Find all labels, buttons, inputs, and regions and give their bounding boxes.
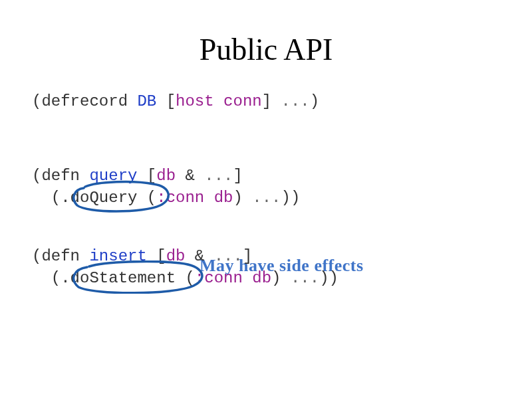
space <box>204 189 213 207</box>
arg-db: db <box>166 247 186 265</box>
fn-name-query: query <box>89 167 137 185</box>
paren: ) <box>233 189 242 207</box>
ellipsis: ... <box>291 269 319 287</box>
space <box>147 247 156 265</box>
bracket: [ <box>147 167 156 185</box>
space <box>128 92 137 110</box>
space <box>176 269 185 287</box>
arg-db: db <box>252 269 271 287</box>
paren: ( <box>185 269 194 287</box>
ellipsis: ... <box>214 247 243 265</box>
paren: ( <box>147 189 156 207</box>
bracket: [ <box>156 247 166 265</box>
space <box>137 167 146 185</box>
bracket: ] <box>233 167 243 185</box>
bracket: [ <box>166 92 176 110</box>
space <box>243 269 252 287</box>
arg-db: db <box>214 189 233 207</box>
paren: ) <box>310 92 319 110</box>
method-doquery: .doQuery <box>61 189 137 207</box>
ellipsis: ... <box>281 92 310 110</box>
space <box>281 269 291 287</box>
fn-name-insert: insert <box>89 247 146 265</box>
record-name: DB <box>137 92 156 110</box>
paren: ( <box>51 189 61 207</box>
indent <box>32 269 51 287</box>
bracket: ] <box>243 247 252 265</box>
paren: ( <box>32 167 41 185</box>
code-block-defrecord: (defrecord DB [host conn] ...) <box>32 91 500 112</box>
keyword-defrecord: defrecord <box>41 92 128 110</box>
space <box>156 92 166 110</box>
keyword-conn: :conn <box>156 189 204 207</box>
amp: & <box>176 167 204 185</box>
bracket: ] <box>262 92 271 110</box>
space <box>243 189 252 207</box>
space <box>137 189 146 207</box>
keyword-conn: :conn <box>195 269 243 287</box>
amp: & <box>185 247 213 265</box>
slide-title: Public API <box>0 32 532 67</box>
code-block-insert: (defn insert [db & ...] (.doStatement (:… <box>32 246 500 289</box>
paren: ) <box>271 269 281 287</box>
paren: )) <box>319 269 338 287</box>
arg-db: db <box>156 167 176 185</box>
paren: ( <box>32 92 41 110</box>
indent <box>32 189 51 207</box>
ellipsis: ... <box>252 189 281 207</box>
space <box>214 92 223 110</box>
code-block-query: (defn query [db & ...] (.doQuery (:conn … <box>32 165 500 209</box>
paren: )) <box>281 189 301 207</box>
method-dostatement: .doStatement <box>61 269 176 287</box>
paren: ( <box>51 269 61 287</box>
field-host: host <box>176 92 214 110</box>
keyword-defn: defn <box>41 167 80 185</box>
ellipsis: ... <box>204 167 233 185</box>
paren: ( <box>32 247 41 265</box>
keyword-defn: defn <box>41 247 80 265</box>
field-conn: conn <box>223 92 262 110</box>
space <box>80 167 89 185</box>
space <box>80 247 89 265</box>
space <box>271 92 281 110</box>
